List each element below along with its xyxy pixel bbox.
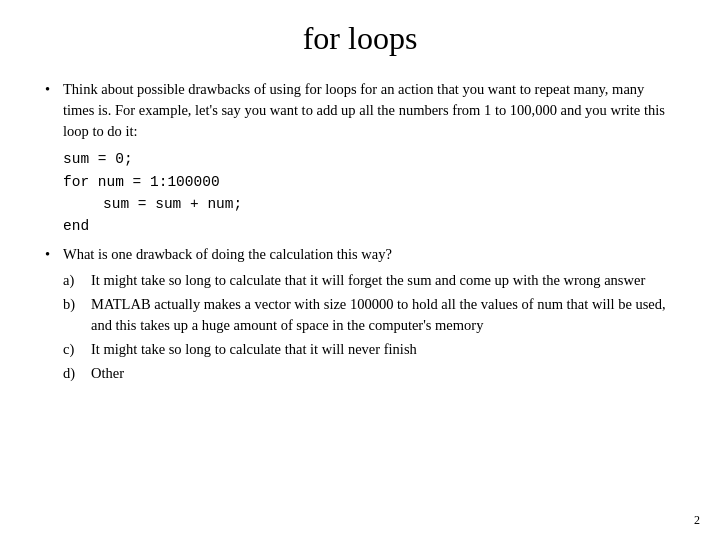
sub-item-label-0: a) [63,270,91,290]
code-line-3: sum = sum + num; [103,193,675,215]
bullet-item-2: • What is one drawback of doing the calc… [45,244,675,265]
bullet-text-1: Think about possible drawbacks of using … [63,79,675,142]
sub-item-label-1: b) [63,294,91,335]
sub-list: a)It might take so long to calculate tha… [63,270,675,383]
page-number: 2 [694,513,700,528]
sub-item-3: d)Other [63,363,675,383]
bullet-dot-1: • [45,79,63,142]
slide-content: • Think about possible drawbacks of usin… [45,79,675,383]
sub-item-text-3: Other [91,363,675,383]
sub-item-2: c)It might take so long to calculate tha… [63,339,675,359]
sub-item-text-1: MATLAB actually makes a vector with size… [91,294,675,335]
bullet-dot-2: • [45,244,63,265]
code-line-2: for num = 1:100000 [63,171,675,193]
slide-page: for loops • Think about possible drawbac… [0,0,720,540]
bullet-item-1: • Think about possible drawbacks of usin… [45,79,675,142]
sub-item-1: b)MATLAB actually makes a vector with si… [63,294,675,335]
sub-item-label-2: c) [63,339,91,359]
code-line-4: end [63,215,675,237]
sub-item-text-0: It might take so long to calculate that … [91,270,675,290]
slide-title: for loops [45,20,675,57]
code-line-1: sum = 0; [63,148,675,170]
bullet-text-2: What is one drawback of doing the calcul… [63,244,675,265]
code-block: sum = 0; for num = 1:100000 sum = sum + … [63,148,675,238]
sub-item-text-2: It might take so long to calculate that … [91,339,675,359]
sub-item-label-3: d) [63,363,91,383]
sub-item-0: a)It might take so long to calculate tha… [63,270,675,290]
